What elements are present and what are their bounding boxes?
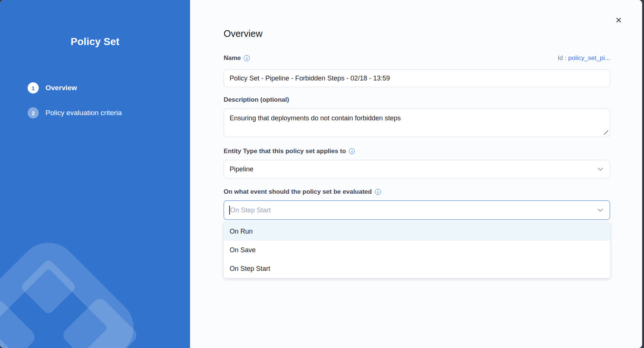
policy-set-modal: Policy Set 1 Overview 2 Policy evaluatio… bbox=[0, 0, 642, 348]
info-icon[interactable]: i bbox=[244, 55, 250, 61]
step-number-badge: 1 bbox=[28, 82, 39, 94]
info-icon[interactable]: i bbox=[375, 189, 381, 195]
event-combobox-input[interactable]: On Step Start bbox=[224, 200, 610, 220]
description-label: Description (optional) bbox=[224, 96, 289, 104]
event-dropdown-menu: On Run On Save On Step Start bbox=[224, 222, 610, 278]
sidebar-step-overview[interactable]: 1 Overview bbox=[28, 82, 77, 94]
entity-type-label-row: Entity Type that this policy set applies… bbox=[224, 148, 610, 155]
page-title: Overview bbox=[224, 28, 262, 39]
description-field: Ensuring that deployments do not contain… bbox=[224, 108, 610, 137]
name-label-row: Name i Id : policy_set_pi... bbox=[224, 54, 610, 62]
event-placeholder: On Step Start bbox=[230, 206, 271, 214]
sidebar-step-policy-evaluation-criteria[interactable]: 2 Policy evaluation criteria bbox=[28, 107, 122, 118]
info-icon[interactable]: i bbox=[349, 148, 355, 154]
entity-id: Id : policy_set_pi... bbox=[558, 54, 610, 62]
wizard-sidebar: Policy Set 1 Overview 2 Policy evaluatio… bbox=[0, 0, 190, 348]
text-cursor bbox=[229, 206, 230, 215]
step-label: Overview bbox=[45, 84, 77, 92]
name-label: Name i bbox=[224, 54, 250, 62]
chevron-down-icon bbox=[598, 209, 603, 212]
harness-logo-watermark bbox=[0, 0, 190, 348]
wizard-title: Policy Set bbox=[0, 36, 190, 48]
description-textarea[interactable]: Ensuring that deployments do not contain… bbox=[224, 108, 610, 137]
entity-type-label: Entity Type that this policy set applies… bbox=[224, 148, 355, 155]
event-label: On what event should the policy set be e… bbox=[224, 188, 381, 196]
dropdown-option-on-run[interactable]: On Run bbox=[224, 222, 610, 241]
entity-type-select[interactable]: Pipeline bbox=[224, 160, 610, 178]
entity-type-value: Pipeline bbox=[230, 165, 253, 173]
dropdown-option-on-save[interactable]: On Save bbox=[224, 241, 610, 259]
entity-id-link[interactable]: policy_set_pi... bbox=[568, 54, 610, 61]
dropdown-option-on-step-start[interactable]: On Step Start bbox=[224, 259, 610, 278]
name-input[interactable] bbox=[224, 69, 610, 87]
description-label-row: Description (optional) bbox=[224, 96, 610, 104]
step-label: Policy evaluation criteria bbox=[45, 109, 122, 117]
close-icon[interactable]: ✕ bbox=[613, 15, 624, 26]
chevron-down-icon bbox=[598, 168, 603, 171]
overview-form-panel: ✕ Overview Name i Id : policy_set_pi... … bbox=[190, 0, 642, 348]
event-label-row: On what event should the policy set be e… bbox=[224, 188, 610, 196]
step-number-badge: 2 bbox=[28, 107, 39, 118]
